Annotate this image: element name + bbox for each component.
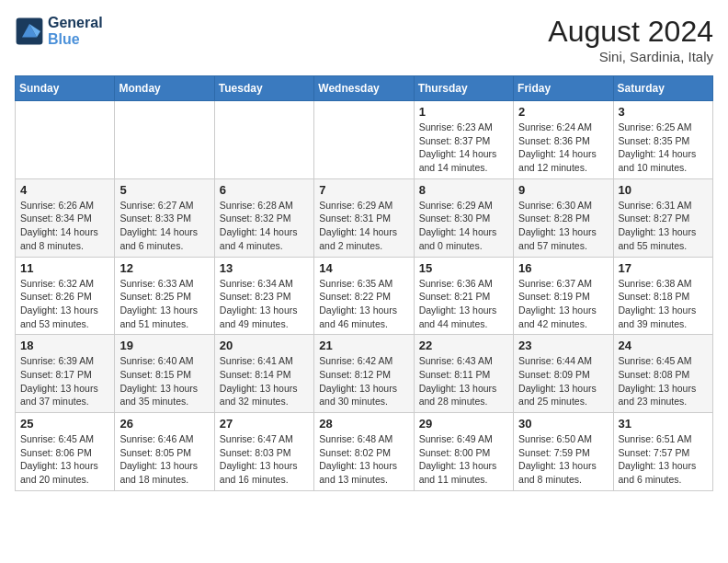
calendar-cell: 24Sunrise: 6:45 AMSunset: 8:08 PMDayligh…: [613, 335, 712, 413]
calendar-cell: 12Sunrise: 6:33 AMSunset: 8:25 PMDayligh…: [115, 257, 214, 335]
calendar-cell: 25Sunrise: 6:45 AMSunset: 8:06 PMDayligh…: [16, 413, 115, 491]
calendar-cell: 1Sunrise: 6:23 AMSunset: 8:37 PMDaylight…: [414, 101, 513, 179]
calendar-week-row: 18Sunrise: 6:39 AMSunset: 8:17 PMDayligh…: [16, 335, 713, 413]
day-of-week-header: Wednesday: [314, 76, 414, 101]
calendar-cell: 15Sunrise: 6:36 AMSunset: 8:21 PMDayligh…: [414, 257, 513, 335]
day-info: Sunrise: 6:46 AMSunset: 8:05 PMDaylight:…: [119, 432, 209, 487]
calendar-cell: [16, 101, 115, 179]
day-number: 19: [119, 339, 209, 352]
day-of-week-header: Monday: [115, 76, 214, 101]
logo-icon: [15, 17, 44, 46]
day-number: 4: [20, 183, 109, 197]
day-number: 5: [119, 183, 209, 197]
calendar-cell: 4Sunrise: 6:26 AMSunset: 8:34 PMDaylight…: [16, 178, 115, 257]
day-of-week-header: Thursday: [414, 76, 513, 101]
day-info: Sunrise: 6:31 AMSunset: 8:27 PMDaylight:…: [619, 199, 708, 253]
day-info: Sunrise: 6:26 AMSunset: 8:34 PMDaylight:…: [20, 199, 109, 253]
day-number: 25: [20, 417, 109, 431]
day-number: 23: [518, 339, 608, 352]
calendar-cell: [115, 101, 214, 179]
calendar-cell: 14Sunrise: 6:35 AMSunset: 8:22 PMDayligh…: [314, 257, 414, 335]
day-info: Sunrise: 6:38 AMSunset: 8:18 PMDaylight:…: [619, 277, 708, 331]
calendar-cell: 8Sunrise: 6:29 AMSunset: 8:30 PMDaylight…: [414, 178, 513, 257]
day-number: 30: [518, 417, 608, 431]
calendar-cell: [314, 101, 414, 179]
day-number: 17: [619, 261, 708, 275]
day-info: Sunrise: 6:41 AMSunset: 8:14 PMDaylight:…: [220, 354, 309, 408]
day-info: Sunrise: 6:25 AMSunset: 8:35 PMDaylight:…: [619, 121, 708, 175]
calendar-cell: 2Sunrise: 6:24 AMSunset: 8:36 PMDaylight…: [514, 101, 613, 179]
day-info: Sunrise: 6:32 AMSunset: 8:26 PMDaylight:…: [20, 277, 109, 331]
day-number: 29: [419, 417, 508, 431]
calendar-cell: 18Sunrise: 6:39 AMSunset: 8:17 PMDayligh…: [16, 335, 115, 413]
logo: General Blue: [15, 15, 103, 48]
day-of-week-header: Sunday: [16, 76, 115, 101]
day-of-week-header: Saturday: [613, 76, 712, 101]
day-number: 8: [419, 183, 508, 197]
day-number: 13: [220, 261, 309, 275]
day-info: Sunrise: 6:39 AMSunset: 8:17 PMDaylight:…: [20, 354, 109, 408]
calendar-cell: 13Sunrise: 6:34 AMSunset: 8:23 PMDayligh…: [214, 257, 313, 335]
calendar-cell: 20Sunrise: 6:41 AMSunset: 8:14 PMDayligh…: [214, 335, 313, 413]
calendar-cell: 27Sunrise: 6:47 AMSunset: 8:03 PMDayligh…: [214, 413, 313, 491]
day-info: Sunrise: 6:51 AMSunset: 7:57 PMDaylight:…: [619, 432, 708, 487]
calendar-cell: 17Sunrise: 6:38 AMSunset: 8:18 PMDayligh…: [613, 257, 712, 335]
calendar-cell: 7Sunrise: 6:29 AMSunset: 8:31 PMDaylight…: [314, 178, 414, 257]
day-number: 12: [119, 261, 209, 275]
day-number: 26: [119, 417, 209, 431]
calendar-cell: [214, 101, 313, 179]
title-block: August 2024 Sini, Sardinia, Italy: [548, 15, 713, 64]
day-number: 24: [619, 339, 708, 352]
day-info: Sunrise: 6:33 AMSunset: 8:25 PMDaylight:…: [119, 277, 209, 331]
calendar-header-row: SundayMondayTuesdayWednesdayThursdayFrid…: [16, 76, 713, 101]
day-number: 9: [518, 183, 608, 197]
calendar-cell: 19Sunrise: 6:40 AMSunset: 8:15 PMDayligh…: [115, 335, 214, 413]
day-info: Sunrise: 6:40 AMSunset: 8:15 PMDaylight:…: [119, 354, 209, 408]
day-info: Sunrise: 6:45 AMSunset: 8:06 PMDaylight:…: [20, 432, 109, 487]
day-number: 20: [220, 339, 309, 352]
day-number: 7: [319, 183, 408, 197]
calendar-week-row: 1Sunrise: 6:23 AMSunset: 8:37 PMDaylight…: [16, 101, 713, 179]
day-info: Sunrise: 6:37 AMSunset: 8:19 PMDaylight:…: [518, 277, 608, 331]
calendar-cell: 10Sunrise: 6:31 AMSunset: 8:27 PMDayligh…: [613, 178, 712, 257]
day-number: 14: [319, 261, 408, 275]
day-info: Sunrise: 6:23 AMSunset: 8:37 PMDaylight:…: [419, 121, 508, 175]
calendar-week-row: 25Sunrise: 6:45 AMSunset: 8:06 PMDayligh…: [16, 413, 713, 491]
day-info: Sunrise: 6:28 AMSunset: 8:32 PMDaylight:…: [220, 199, 309, 253]
calendar-week-row: 4Sunrise: 6:26 AMSunset: 8:34 PMDaylight…: [16, 178, 713, 257]
calendar-cell: 21Sunrise: 6:42 AMSunset: 8:12 PMDayligh…: [314, 335, 414, 413]
day-number: 15: [419, 261, 508, 275]
calendar-cell: 29Sunrise: 6:49 AMSunset: 8:00 PMDayligh…: [414, 413, 513, 491]
calendar-cell: 31Sunrise: 6:51 AMSunset: 7:57 PMDayligh…: [613, 413, 712, 491]
day-of-week-header: Friday: [514, 76, 613, 101]
day-number: 18: [20, 339, 109, 352]
calendar-cell: 23Sunrise: 6:44 AMSunset: 8:09 PMDayligh…: [514, 335, 613, 413]
day-info: Sunrise: 6:49 AMSunset: 8:00 PMDaylight:…: [419, 432, 508, 487]
calendar-cell: 22Sunrise: 6:43 AMSunset: 8:11 PMDayligh…: [414, 335, 513, 413]
location: Sini, Sardinia, Italy: [548, 49, 713, 64]
calendar-cell: 9Sunrise: 6:30 AMSunset: 8:28 PMDaylight…: [514, 178, 613, 257]
calendar-cell: 5Sunrise: 6:27 AMSunset: 8:33 PMDaylight…: [115, 178, 214, 257]
day-info: Sunrise: 6:29 AMSunset: 8:30 PMDaylight:…: [419, 199, 508, 253]
calendar-cell: 26Sunrise: 6:46 AMSunset: 8:05 PMDayligh…: [115, 413, 214, 491]
day-info: Sunrise: 6:36 AMSunset: 8:21 PMDaylight:…: [419, 277, 508, 331]
day-number: 28: [319, 417, 408, 431]
calendar-cell: 6Sunrise: 6:28 AMSunset: 8:32 PMDaylight…: [214, 178, 313, 257]
calendar-table: SundayMondayTuesdayWednesdayThursdayFrid…: [15, 75, 713, 491]
day-info: Sunrise: 6:45 AMSunset: 8:08 PMDaylight:…: [619, 354, 708, 408]
calendar-cell: 16Sunrise: 6:37 AMSunset: 8:19 PMDayligh…: [514, 257, 613, 335]
day-number: 21: [319, 339, 408, 352]
day-info: Sunrise: 6:44 AMSunset: 8:09 PMDaylight:…: [518, 354, 608, 408]
day-number: 11: [20, 261, 109, 275]
day-info: Sunrise: 6:24 AMSunset: 8:36 PMDaylight:…: [518, 121, 608, 175]
day-info: Sunrise: 6:42 AMSunset: 8:12 PMDaylight:…: [319, 354, 408, 408]
day-number: 16: [518, 261, 608, 275]
day-info: Sunrise: 6:48 AMSunset: 8:02 PMDaylight:…: [319, 432, 408, 487]
day-number: 6: [220, 183, 309, 197]
day-info: Sunrise: 6:43 AMSunset: 8:11 PMDaylight:…: [419, 354, 508, 408]
calendar-cell: 11Sunrise: 6:32 AMSunset: 8:26 PMDayligh…: [16, 257, 115, 335]
month-year: August 2024: [548, 15, 713, 49]
day-number: 10: [619, 183, 708, 197]
day-number: 31: [619, 417, 708, 431]
day-number: 1: [419, 105, 508, 119]
